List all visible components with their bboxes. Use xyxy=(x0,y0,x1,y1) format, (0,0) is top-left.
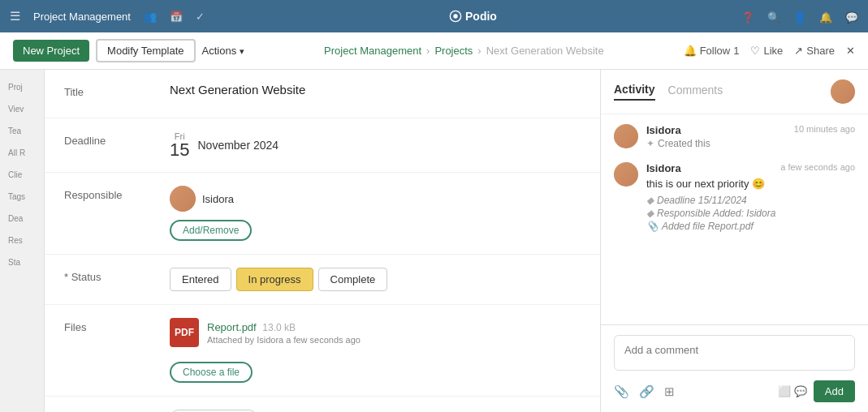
breadcrumb-root[interactable]: Project Management xyxy=(324,45,421,57)
activity-time: a few seconds ago xyxy=(780,162,855,172)
add-remove-button[interactable]: Add/Remove xyxy=(170,220,252,241)
user-chip: Isidora xyxy=(170,186,581,212)
breadcrumb-sep1: › xyxy=(426,45,430,57)
file-name: Report.pdf 13.0 kB xyxy=(207,321,581,333)
files-row: Files PDF Report.pdf 13.0 kB Attached by… xyxy=(45,305,600,397)
content-area: Title Next Generation Website Deadline F… xyxy=(45,70,600,412)
modify-template-button[interactable]: Modify Template xyxy=(96,39,195,62)
activity-item: Isidora 10 minutes ago ✦ Created this xyxy=(614,124,855,149)
file-name-text[interactable]: Report.pdf xyxy=(207,321,257,333)
activity-feed: Isidora 10 minutes ago ✦ Created this I xyxy=(601,114,868,324)
status-label: * Status xyxy=(64,268,170,283)
meta-icon: ◆ xyxy=(646,195,654,206)
main-layout: Proj Viev Tea All R Clie Tags Dea Res St… xyxy=(0,70,868,412)
sidebar-item-sta[interactable]: Sta xyxy=(0,251,44,273)
chat-expand-icon[interactable]: 💬 xyxy=(794,385,807,397)
top-nav-left: Project Management xyxy=(10,9,205,24)
share-label: Share xyxy=(806,45,835,57)
tags-row: Tags website team xyxy=(45,397,600,412)
activity-avatar xyxy=(614,162,638,187)
close-button[interactable] xyxy=(846,45,855,57)
file-size: 13.0 kB xyxy=(262,322,296,333)
heart-icon xyxy=(750,45,760,57)
breadcrumb-sep2: › xyxy=(477,45,481,57)
activity-comment: this is our next priority 😊 xyxy=(646,178,855,190)
check-icon[interactable] xyxy=(196,9,205,24)
deadline-display: Fri 15 November 2024 xyxy=(170,131,581,159)
sidebar-item-proj[interactable]: Proj xyxy=(0,76,44,98)
link-icon[interactable]: 🔗 xyxy=(639,384,654,399)
app-title: Project Management xyxy=(33,11,131,23)
deadline-day-num: 15 xyxy=(170,141,189,159)
status-inprogress-button[interactable]: In progress xyxy=(236,268,313,291)
responsible-value: Isidora Add/Remove xyxy=(170,186,581,241)
breadcrumb-middle[interactable]: Projects xyxy=(434,45,473,57)
top-nav-right xyxy=(741,10,858,24)
actions-label: Actions xyxy=(202,45,237,57)
person-icon[interactable] xyxy=(793,10,806,24)
activity-meta-file: 📎 Added file Report.pdf xyxy=(646,221,855,232)
calendar-icon[interactable] xyxy=(170,9,183,24)
expand-icons: ⬜ 💬 xyxy=(778,385,807,397)
activity-content: Isidora 10 minutes ago ✦ Created this xyxy=(646,124,855,149)
add-comment-button[interactable]: Add xyxy=(814,380,855,402)
share-button[interactable]: Share xyxy=(794,45,835,57)
responsible-area: Isidora Add/Remove xyxy=(170,186,581,241)
search-icon[interactable] xyxy=(767,10,780,24)
chevron-down-icon xyxy=(240,45,244,57)
sidebar-item-viev[interactable]: Viev xyxy=(0,98,44,120)
follow-label: Follow xyxy=(700,45,731,57)
tab-comments[interactable]: Comments xyxy=(668,84,723,100)
like-label: Like xyxy=(763,45,783,57)
status-options: Entered In progress Complete xyxy=(170,268,581,291)
panel-avatar xyxy=(831,79,855,104)
action-bar-right: 🔔 Follow 1 Like Share xyxy=(684,45,855,57)
title-row: Title Next Generation Website xyxy=(45,70,600,118)
responsible-user-name: Isidora xyxy=(202,193,234,205)
share-icon xyxy=(794,45,803,57)
hamburger-icon[interactable] xyxy=(10,9,20,24)
choose-file-button[interactable]: Choose a file xyxy=(170,362,253,383)
follow-button[interactable]: 🔔 Follow 1 xyxy=(684,45,740,57)
meta-icon2: ◆ xyxy=(646,208,654,219)
help-icon[interactable] xyxy=(741,10,754,24)
sidebar-item-dea[interactable]: Dea xyxy=(0,208,44,230)
left-sidebar: Proj Viev Tea All R Clie Tags Dea Res St… xyxy=(0,70,45,412)
expand-icon[interactable]: ⬜ xyxy=(778,385,791,397)
comment-toolbar-right: ⬜ 💬 Add xyxy=(778,380,855,402)
action-bar-left: New Project Modify Template Actions xyxy=(13,39,244,62)
sidebar-item-clie[interactable]: Clie xyxy=(0,164,44,186)
podio-logo: Podio xyxy=(449,10,497,23)
attachment-icon[interactable]: 📎 xyxy=(614,384,629,399)
activity-header: Isidora a few seconds ago xyxy=(646,162,855,174)
table-icon[interactable]: ⊞ xyxy=(664,384,675,399)
activity-item: Isidora a few seconds ago this is our ne… xyxy=(614,162,855,234)
new-project-button[interactable]: New Project xyxy=(13,40,89,62)
activity-meta-deadline: ◆ Deadline 15/11/2024 xyxy=(646,195,855,206)
file-info: Report.pdf 13.0 kB Attached by Isidora a… xyxy=(207,321,581,345)
deadline-value: Fri 15 November 2024 xyxy=(170,131,581,159)
activity-user: Isidora xyxy=(646,162,681,174)
title-text: Next Generation Website xyxy=(170,83,305,97)
right-panel: Activity Comments Isidora 10 minutes ago xyxy=(600,70,868,412)
comment-input[interactable] xyxy=(614,335,855,371)
comment-toolbar: 📎 🔗 ⊞ ⬜ 💬 Add xyxy=(614,380,855,402)
actions-button[interactable]: Actions xyxy=(202,45,245,57)
status-entered-button[interactable]: Entered xyxy=(170,268,231,291)
sidebar-item-tea[interactable]: Tea xyxy=(0,120,44,142)
sidebar-item-allr[interactable]: All R xyxy=(0,142,44,164)
chat-icon[interactable] xyxy=(845,10,858,24)
responsible-label: Responsible xyxy=(64,186,170,201)
sidebar-item-res[interactable]: Res xyxy=(0,230,44,251)
responsible-row: Responsible Isidora Add/Remove xyxy=(45,173,600,255)
people-icon[interactable] xyxy=(144,9,157,24)
like-button[interactable]: Like xyxy=(750,45,783,57)
sidebar-item-tags[interactable]: Tags xyxy=(0,186,44,208)
notif-icon[interactable] xyxy=(819,10,832,24)
activity-header: Isidora 10 minutes ago xyxy=(646,124,855,136)
status-complete-button[interactable]: Complete xyxy=(318,268,388,291)
top-navigation: Project Management Podio xyxy=(0,0,868,32)
deadline-month: November 2024 xyxy=(197,139,279,152)
tab-activity[interactable]: Activity xyxy=(614,83,655,101)
files-label: Files xyxy=(64,318,170,333)
